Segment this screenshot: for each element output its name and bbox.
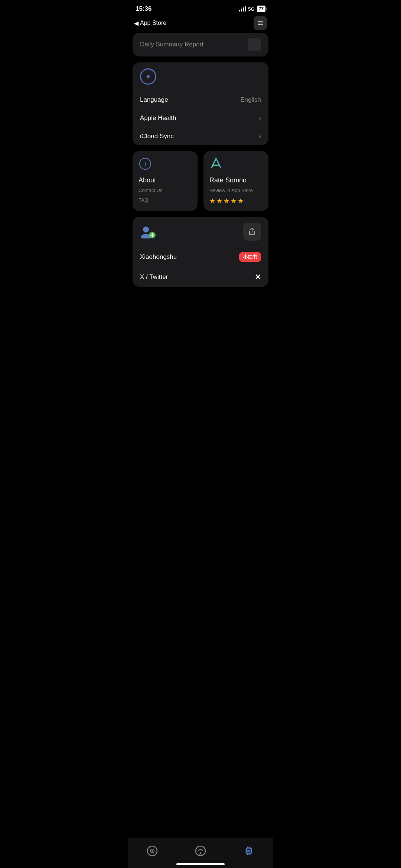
daily-summary-icon [248,38,261,51]
icloud-sync-chevron: › [259,133,261,140]
language-value: English [240,96,261,104]
apple-health-label: Apple Health [140,114,176,122]
appstore-icon [209,157,223,170]
appstore-icon-area [209,157,223,170]
nav-bar: ◀ App Store [128,15,273,33]
app-icon-inner [146,74,151,79]
status-time: 15:36 [136,5,151,13]
xiaohongshu-label: Xiaohongshu [140,253,177,261]
svg-point-6 [143,227,149,233]
language-setting[interactable]: Language English [133,91,268,109]
app-icon [140,68,156,85]
signal-bar-1 [239,10,240,12]
about-card[interactable]: i About Contact Us FAQ [133,151,198,211]
rate-subtitle: Review in App Store [209,187,263,194]
info-circle-icon: i [139,158,151,170]
icloud-sync-label: iCloud Sync [140,133,174,140]
rate-card[interactable]: Rate Somno Review in App Store ★ ★ ★ ★ ★ [203,151,268,211]
social-card: Xiaohongshu 小红书 X / Twitter ✕ [133,217,268,287]
settings-icon-area [133,68,268,91]
info-icon: i [138,157,152,170]
back-button[interactable]: ◀ App Store [134,20,166,27]
svg-line-4 [216,159,221,168]
signal-bar-4 [245,6,246,12]
xiaohongshu-badge: 小红书 [239,252,261,262]
xiaohongshu-item[interactable]: Xiaohongshu 小红书 [140,247,261,267]
language-label: Language [140,96,168,104]
share-icon [248,228,256,236]
daily-summary-label: Daily Summary Report [140,41,203,48]
svg-line-3 [212,159,216,168]
signal-bar-2 [241,9,242,12]
network-type: 5G [248,6,254,12]
about-title: About [138,176,192,184]
star-4: ★ [231,197,237,205]
faq-label: FAQ [138,197,192,204]
twitter-label: X / Twitter [140,273,168,281]
back-label: App Store [140,20,166,26]
battery-indicator: 77 [257,6,265,12]
settings-card: Language English Apple Health › iCloud S… [133,62,268,145]
contact-us-label: Contact Us [138,187,192,194]
share-button[interactable] [243,223,261,241]
star-rating: ★ ★ ★ ★ ★ [209,197,263,205]
icloud-sync-setting[interactable]: iCloud Sync › [133,127,268,145]
apple-health-setting[interactable]: Apple Health › [133,109,268,127]
status-right: 5G 77 [239,6,265,12]
chevron-left-icon: ◀ [134,20,138,27]
apple-health-chevron: › [259,115,261,121]
star-1: ★ [209,197,215,205]
svg-rect-1 [258,23,263,23]
star-2: ★ [216,197,222,205]
two-col-section: i About Contact Us FAQ Rate Somno Review… [133,151,268,211]
svg-rect-0 [258,21,263,22]
signal-bar-3 [243,7,244,12]
signal-bars [239,6,246,12]
status-bar: 15:36 5G 77 [128,0,273,15]
star-5: ★ [238,197,244,205]
star-3: ★ [224,197,229,205]
person-add-svg [140,225,156,238]
twitter-x-icon: ✕ [255,273,261,282]
social-card-header [140,223,261,241]
scroll-content: Language English Apple Health › iCloud S… [128,62,273,294]
svg-rect-2 [258,24,263,25]
user-add-icon [140,225,156,238]
twitter-item[interactable]: X / Twitter ✕ [140,267,261,287]
rate-title: Rate Somno [209,176,263,184]
nav-icon-button[interactable] [254,16,267,30]
